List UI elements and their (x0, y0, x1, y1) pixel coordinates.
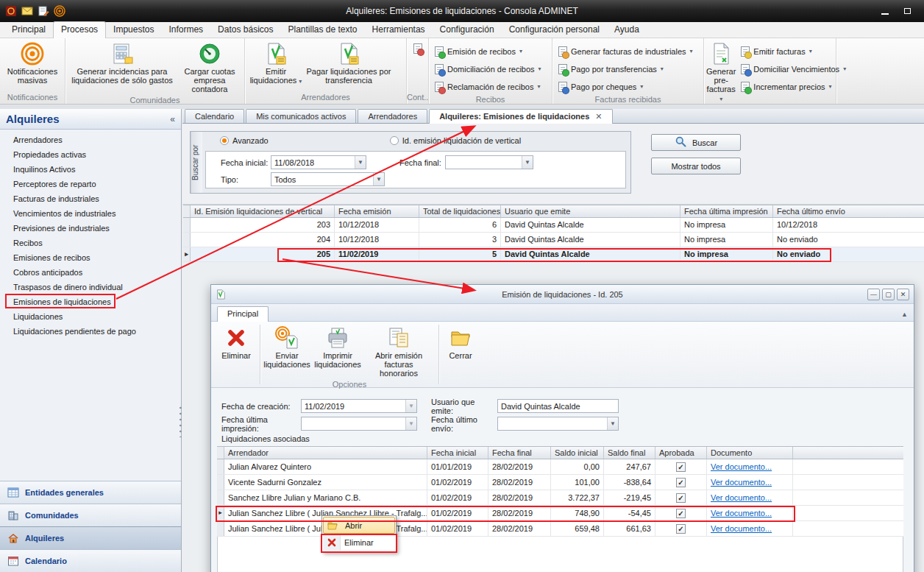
tab-principal[interactable]: Principal (4, 22, 53, 38)
col-fecha-emision[interactable]: Fecha emisión (335, 205, 419, 217)
chevron-down-icon[interactable]: ▼ (522, 156, 533, 169)
sidebar-item-inquilinos-activos[interactable]: Inquilinos Activos (0, 162, 181, 177)
tab-impuestos[interactable]: Impuestos (106, 22, 161, 38)
close-tab-icon[interactable]: ✕ (595, 110, 602, 123)
chevron-down-icon[interactable]: ▼ (373, 173, 384, 186)
aprobada-checkbox[interactable]: ✓ (676, 524, 686, 534)
generar-prefacturas-button[interactable]: Generar pre-facturas ▾ (706, 40, 736, 105)
fecha-inicial-combo[interactable]: 11/08/2018▼ (271, 155, 366, 169)
col-saldo-final[interactable]: Saldo final (604, 447, 655, 459)
radio-id-emision[interactable]: Id. emisión liquidación de vertical (390, 136, 521, 145)
ver-documento-link[interactable]: Ver documento... (711, 524, 772, 533)
col-usuario-emite[interactable]: Usuario que emite (501, 205, 680, 217)
minimize-button[interactable] (875, 4, 895, 18)
sidebar-item-emisiones-liquidaciones[interactable]: Emisiones de liquidaciones (0, 294, 181, 309)
incrementar-precios-button[interactable]: Incrementar precios▾ (736, 79, 850, 94)
fecha-final-combo[interactable]: ▼ (445, 155, 533, 169)
nav-comunidades[interactable]: Comunidades (0, 504, 181, 526)
dialog-minimize-button[interactable]: — (867, 289, 880, 300)
mostrar-todos-button[interactable]: Mostrar todos (651, 158, 741, 174)
tab-informes[interactable]: Informes (161, 22, 210, 38)
nav-entidades-generales[interactable]: Entidades generales (0, 481, 181, 504)
col-fecha-ultima-impresion[interactable]: Fecha última impresión (680, 205, 773, 217)
sidebar-item-arrendadores[interactable]: Arrendadores (0, 133, 181, 147)
col-fecha-inicial[interactable]: Fecha inicial (427, 447, 488, 459)
liquidacion-row-4-selected[interactable]: ▸ Julian Sanchez Llibre ( Julian Sanchez… (217, 506, 903, 521)
ver-documento-link[interactable]: Ver documento... (711, 493, 772, 502)
context-menu-eliminar[interactable]: Eliminar (323, 534, 395, 551)
aprobada-checkbox[interactable]: ✓ (676, 462, 686, 472)
ver-documento-link[interactable]: Ver documento... (711, 478, 772, 487)
pagar-liquidaciones-button[interactable]: Pagar liquidaciones por transferencia (305, 40, 392, 86)
tab-ayuda[interactable]: Ayuda (607, 22, 647, 38)
tab-configuracion[interactable]: Configuración (433, 22, 502, 38)
eliminar-button[interactable]: Eliminar (216, 325, 257, 361)
usuario-emite-field[interactable]: David Quintas Alcalde (497, 399, 619, 413)
col-id-emision[interactable]: Id. Emisión liquidaciones de vertical (191, 205, 335, 217)
context-menu-abrir[interactable]: Abrir (323, 517, 395, 534)
col-total-liquidaciones[interactable]: Total de liquidaciones (419, 205, 501, 217)
col-fecha-ultimo-envio[interactable]: Fecha último envío (773, 205, 924, 217)
aprobada-checkbox[interactable]: ✓ (676, 478, 686, 487)
generar-facturas-industriales-button[interactable]: Generar facturas de industriales▾ (554, 43, 697, 59)
fecha-envio-combo[interactable]: ▼ (497, 417, 619, 431)
sidebar-item-traspasos-dinero[interactable]: Traspasos de dinero individual (0, 280, 181, 294)
tipo-combo[interactable]: Todos▼ (271, 172, 385, 186)
sidebar-item-perceptores-reparto[interactable]: Perceptores de reparto (0, 177, 181, 191)
grid-row-205-selected[interactable]: ▸ 205 11/02/2019 5 David Quintas Alcalde… (183, 247, 924, 262)
fecha-creacion-combo[interactable]: 11/02/2019▼ (301, 399, 417, 413)
ver-documento-link[interactable]: Ver documento... (711, 509, 772, 518)
nav-calendario[interactable]: Calendario (0, 549, 181, 572)
nav-alquileres[interactable]: Alquileres (0, 526, 181, 549)
col-aprobada[interactable]: Aprobada (655, 447, 707, 459)
enviar-liquidaciones-button[interactable]: Enviar liquidaciones (262, 325, 312, 370)
sidebar-item-recibos[interactable]: Recibos (0, 236, 181, 250)
pago-cheques-button[interactable]: Pago por cheques▾ (554, 79, 647, 94)
sidebar-item-liquidaciones-pendientes[interactable]: Liquidaciones pendientes de pago (0, 324, 181, 339)
tab-herramientas[interactable]: Herramientas (365, 22, 433, 38)
abrir-emision-facturas-button[interactable]: Abrir emisión facturas honorarios (363, 325, 434, 379)
liquidacion-row-5[interactable]: Julian Sanchez Llibre ( Julian Sanchez L… (217, 521, 903, 537)
domiciliacion-recibos-button[interactable]: Domiciliación de recibos▾ (430, 61, 546, 77)
tab-plantillas-texto[interactable]: Plantillas de texto (280, 22, 364, 38)
aprobada-checkbox[interactable]: ✓ (676, 509, 686, 518)
ver-documento-link[interactable]: Ver documento... (711, 462, 772, 471)
collapse-ribbon-icon[interactable]: ▲ (901, 311, 908, 318)
sidebar-item-facturas-industriales[interactable]: Facturas de industriales (0, 191, 181, 206)
col-arrendador[interactable]: Arrendador (224, 447, 427, 459)
tab-datos-basicos[interactable]: Datos básicos (210, 22, 280, 38)
edit-note-icon[interactable] (37, 5, 49, 18)
domiciliar-vencimientos-button[interactable]: Domiciliar Vencimientos▾ (736, 61, 850, 77)
emision-recibos-button[interactable]: Emisión de recibos▾ (430, 43, 527, 59)
tab-procesos[interactable]: Procesos (53, 21, 106, 38)
tab-configuracion-personal[interactable]: Configuración personal (502, 22, 607, 38)
app-icon[interactable] (4, 5, 17, 18)
notificaciones-masivas-button[interactable]: Notificaciones masivas (1, 40, 63, 86)
sidebar-item-cobros-anticipados[interactable]: Cobros anticipados (0, 265, 181, 280)
fecha-impresion-combo[interactable]: ▼ (301, 417, 417, 431)
reclamacion-recibos-button[interactable]: Reclamación de recibos▾ (430, 79, 544, 94)
sidebar-item-previsiones-industriales[interactable]: Previsiones de industriales (0, 221, 181, 236)
document-icon[interactable] (413, 43, 422, 54)
sidebar-item-propiedades-activas[interactable]: Propiedades activas (0, 147, 181, 162)
dialog-maximize-button[interactable]: ▢ (882, 289, 895, 300)
dialog-tab-principal[interactable]: Principal (217, 306, 269, 322)
grid-row-204[interactable]: 204 10/12/2018 3 David Quintas Alcalde N… (183, 233, 924, 247)
aprobada-checkbox[interactable]: ✓ (676, 493, 686, 503)
col-fecha-final[interactable]: Fecha final (488, 447, 551, 459)
doc-tab-arrendadores[interactable]: Arrendadores (358, 109, 427, 123)
pago-transferencias-button[interactable]: Pago por transferencias▾ (554, 61, 668, 77)
chevron-down-icon[interactable]: ▼ (607, 417, 618, 430)
sidebar-item-emisiones-recibos[interactable]: Emisiones de recibos (0, 250, 181, 265)
sidebar-item-liquidaciones[interactable]: Liquidaciones (0, 309, 181, 324)
cerrar-button[interactable]: Cerrar (441, 325, 480, 361)
imprimir-liquidaciones-button[interactable]: Imprimir liquidaciones (312, 325, 363, 370)
mail-icon[interactable] (21, 5, 33, 18)
buscar-button[interactable]: Buscar (651, 134, 741, 151)
cargar-cuotas-button[interactable]: Cargar cuotas empresa contadora (177, 40, 242, 95)
grid-row-203[interactable]: 203 10/12/2018 6 David Quintas Alcalde N… (183, 218, 924, 233)
doc-tab-emisiones-liquidaciones[interactable]: Alquileres: Emisiones de liquidaciones✕ (429, 109, 612, 124)
collapse-sidebar-icon[interactable]: « (170, 114, 175, 124)
liquidacion-row-3[interactable]: Sanchez Llibre Julian y Mariano C.B. 01/… (217, 490, 903, 506)
chevron-down-icon[interactable]: ▼ (355, 156, 366, 169)
